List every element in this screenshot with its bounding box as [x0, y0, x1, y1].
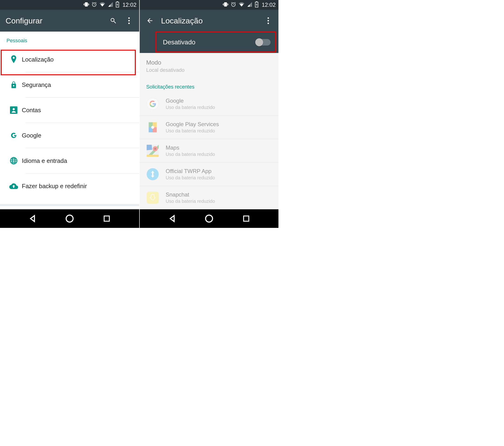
recent-app-play-services: Google Play Services Uso da bateria redu… [140, 116, 278, 139]
more-vert-icon [128, 17, 130, 24]
battery-charging-icon [255, 1, 258, 8]
back-triangle-icon [29, 215, 36, 223]
list-item-label: Fazer backup e redefinir [22, 183, 87, 190]
account-icon [6, 106, 22, 114]
arrow-back-icon [146, 17, 154, 24]
svg-rect-21 [147, 155, 159, 157]
status-time: 12:02 [262, 2, 276, 8]
home-button[interactable] [204, 214, 214, 223]
section-header-pessoais: Pessoais [0, 32, 139, 47]
toggle-label: Desativado [163, 39, 256, 46]
backup-icon [6, 183, 22, 189]
back-triangle-icon [168, 215, 176, 223]
list-item-label: Localização [22, 56, 54, 63]
list-item-label: Contas [22, 107, 41, 114]
location-icon [6, 55, 22, 64]
vibrate-icon [223, 2, 228, 8]
lock-icon [6, 81, 22, 89]
location-toggle-panel: Desativado [140, 32, 278, 53]
search-button[interactable] [108, 16, 118, 25]
location-content: Modo Local desativado Solicitações recen… [140, 53, 278, 209]
svg-point-6 [13, 108, 15, 110]
app-sub: Uso da bateria reduzido [166, 128, 219, 134]
signal-icon [247, 2, 252, 8]
phone-left: 12:02 Configurar Pessoais Localização Se… [0, 0, 139, 228]
svg-point-17 [268, 20, 269, 21]
list-item-google[interactable]: Google [0, 123, 139, 148]
switch-knob [255, 38, 263, 46]
app-sub: Uso da bateria reduzido [166, 105, 215, 110]
svg-point-16 [268, 18, 269, 19]
home-circle-icon [205, 214, 213, 223]
battery-charging-icon [116, 1, 119, 8]
list-item-seguranca[interactable]: Segurança [0, 72, 139, 97]
location-switch[interactable] [256, 39, 270, 45]
svg-point-3 [128, 20, 130, 21]
list-item-label: Segurança [22, 81, 51, 89]
page-title: Configurar [6, 16, 102, 25]
maps-icon [146, 144, 159, 157]
svg-point-23 [154, 148, 156, 150]
wifi-icon [99, 2, 105, 8]
app-sub: Uso da bateria reduzido [166, 199, 215, 204]
overflow-menu-button[interactable] [124, 16, 134, 25]
recent-requests-header: Solicitações recentes [140, 79, 278, 92]
app-bar: Localização [140, 10, 278, 32]
app-sub: Uso da bateria reduzido [166, 175, 215, 180]
svg-rect-13 [104, 216, 109, 221]
svg-point-18 [268, 22, 269, 24]
more-vert-icon [267, 17, 269, 24]
settings-list: Pessoais Localização Segurança Contas [0, 32, 139, 204]
mode-title: Modo [146, 59, 272, 66]
twrp-icon [146, 168, 159, 181]
recents-button[interactable] [242, 214, 251, 223]
list-item-backup[interactable]: Fazer backup e redefinir [0, 174, 139, 199]
mode-subtitle: Local desativado [146, 67, 272, 73]
status-time: 12:02 [123, 2, 136, 8]
section-separator [0, 204, 139, 206]
app-name: Google Play Services [166, 121, 219, 128]
app-bar: Configurar [0, 10, 139, 32]
overflow-menu-button[interactable] [264, 16, 273, 25]
back-button[interactable] [167, 214, 177, 223]
wifi-icon [238, 2, 245, 8]
app-sub: Uso da bateria reduzido [166, 152, 215, 157]
alarm-icon [91, 2, 97, 8]
status-bar: 12:02 [0, 0, 139, 10]
globe-icon [6, 157, 22, 165]
home-button[interactable] [65, 214, 74, 223]
alarm-icon [231, 2, 236, 8]
svg-rect-25 [243, 216, 249, 221]
page-title: Localização [161, 16, 257, 25]
recent-app-google: Google Uso da bateria reduzido [140, 92, 278, 116]
recent-app-maps: Maps Uso da bateria reduzido [140, 139, 278, 162]
recent-app-twrp: Official TWRP App Uso da bateria reduzid… [140, 163, 278, 186]
play-services-icon [146, 121, 159, 134]
svg-point-24 [206, 215, 213, 222]
back-button[interactable] [28, 214, 37, 223]
signal-icon [108, 2, 113, 8]
google-icon [6, 132, 22, 139]
list-item-idioma[interactable]: Idioma e entrada [0, 148, 139, 173]
recent-app-snapchat: Snapchat Uso da bateria reduzido [140, 186, 278, 209]
app-name: Official TWRP App [166, 168, 215, 175]
back-arrow-button[interactable] [145, 16, 155, 25]
app-name: Snapchat [166, 192, 215, 198]
vibrate-icon [84, 2, 89, 8]
phone-right: 12:02 Localização Desativado Modo Local … [139, 0, 278, 228]
app-name: Maps [166, 144, 215, 151]
recents-square-icon [103, 215, 110, 222]
search-icon [110, 17, 117, 24]
system-nav-bar [0, 209, 139, 228]
svg-point-4 [128, 22, 130, 24]
system-nav-bar [140, 209, 278, 228]
list-item-contas[interactable]: Contas [0, 97, 139, 123]
recents-button[interactable] [102, 214, 111, 223]
svg-point-2 [128, 18, 130, 19]
app-name: Google [166, 97, 215, 104]
svg-rect-1 [117, 1, 118, 2]
recents-square-icon [243, 215, 250, 222]
svg-point-12 [66, 215, 73, 222]
google-app-icon [146, 97, 159, 110]
list-item-localizacao[interactable]: Localização [0, 47, 139, 72]
